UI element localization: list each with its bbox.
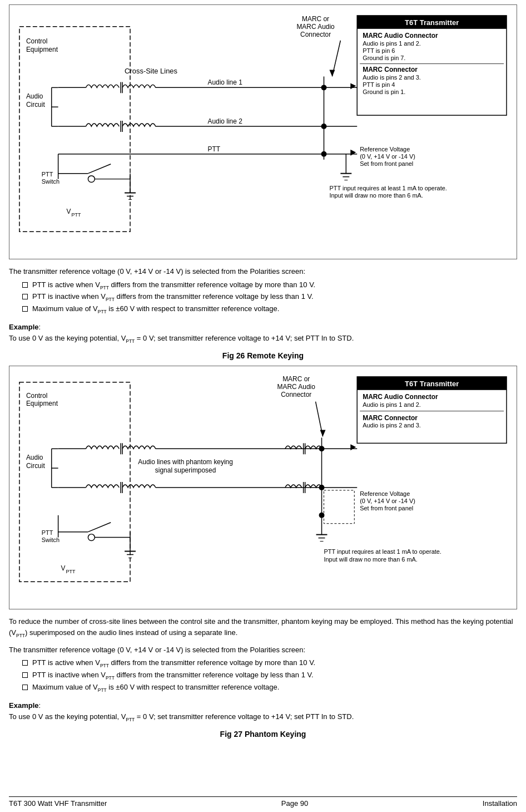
bullet-item-27-2: PTT is inactive when VPTT differs from t… <box>22 671 517 681</box>
svg-text:MARC Audio: MARC Audio <box>277 383 316 391</box>
svg-text:Audio is pins 2 and 3.: Audio is pins 2 and 3. <box>363 74 421 81</box>
svg-text:PTT input requires at least 1 : PTT input requires at least 1 mA to oper… <box>329 185 446 191</box>
svg-text:Control: Control <box>26 37 47 45</box>
svg-text:Set from front panel: Set from front panel <box>360 505 413 511</box>
fig26-bullets: PTT is active when VPTT differs from the… <box>22 280 517 317</box>
svg-text:T6T Transmitter: T6T Transmitter <box>405 18 459 27</box>
fig27-diagram: Control Equipment Audio Circuit <box>14 371 512 604</box>
bullet-sq-3 <box>22 306 28 312</box>
svg-rect-70 <box>19 382 130 582</box>
svg-text:V: V <box>67 208 71 215</box>
svg-text:PTT input requires at least 1 : PTT input requires at least 1 mA to oper… <box>324 549 441 555</box>
svg-text:Switch: Switch <box>42 178 59 185</box>
svg-text:Input will draw no more than 6: Input will draw no more than 6 mA. <box>324 556 418 563</box>
bullet-item-2: PTT is inactive when VPTT differs from t… <box>22 292 517 302</box>
svg-text:V: V <box>61 564 66 572</box>
svg-text:MARC or: MARC or <box>302 15 329 23</box>
svg-text:Audio lines with phantom keyin: Audio lines with phantom keying <box>138 458 233 466</box>
svg-text:MARC Connector: MARC Connector <box>363 66 418 73</box>
bullet-item-27-1: PTT is active when VPTT differs from the… <box>22 658 517 668</box>
svg-text:MARC Audio Connector: MARC Audio Connector <box>363 393 438 401</box>
svg-text:Set from front panel: Set from front panel <box>360 160 413 167</box>
page-container: Control Equipment Audio Circuit Cross-Si… <box>0 0 526 812</box>
svg-text:PTT: PTT <box>66 569 76 574</box>
svg-text:Circuit: Circuit <box>26 101 46 109</box>
footer-right: Installation <box>483 799 517 808</box>
svg-text:Audio: Audio <box>26 454 43 461</box>
svg-line-127 <box>88 523 111 532</box>
svg-marker-47 <box>350 150 356 156</box>
svg-text:MARC Audio: MARC Audio <box>296 23 335 31</box>
svg-text:Ground is pin 7.: Ground is pin 7. <box>363 55 405 61</box>
fig26-text-intro: The transmitter reference voltage (0 V, … <box>9 266 517 277</box>
footer-center: Page 90 <box>281 799 308 808</box>
svg-text:Control: Control <box>26 392 47 400</box>
svg-text:PTT: PTT <box>42 529 53 536</box>
bullet-item-3: Maximum value of VPTT is ±60 V with resp… <box>22 304 517 314</box>
svg-text:PTT is pin 4: PTT is pin 4 <box>363 81 395 88</box>
svg-text:Equipment: Equipment <box>26 400 58 407</box>
fig27-text-intro: The transmitter reference voltage (0 V, … <box>9 644 517 656</box>
bullet-sq-27-3 <box>22 685 28 690</box>
svg-text:Input will draw no more than 6: Input will draw no more than 6 mA. <box>329 192 423 199</box>
svg-rect-0 <box>19 27 130 232</box>
svg-rect-113 <box>324 490 355 524</box>
svg-text:Reference Voltage: Reference Voltage <box>360 146 410 152</box>
svg-text:Audio is pins 1 and 2.: Audio is pins 1 and 2. <box>363 401 421 408</box>
svg-marker-27 <box>329 70 335 76</box>
svg-text:Audio is pins 2 and 3.: Audio is pins 2 and 3. <box>363 422 421 429</box>
svg-text:Connector: Connector <box>281 391 311 398</box>
fig26-example: Example: To use 0 V as the keying potent… <box>9 322 517 345</box>
svg-text:PTT: PTT <box>207 145 220 153</box>
fig26-caption: Fig 26 Remote Keying <box>9 351 517 360</box>
fig27-example: Example: To use 0 V as the keying potent… <box>9 700 517 723</box>
fig27-text-para1: To reduce the number of cross-site lines… <box>9 616 517 639</box>
svg-text:(0 V, +14 V or -14 V): (0 V, +14 V or -14 V) <box>360 153 415 160</box>
svg-text:MARC Audio Connector: MARC Audio Connector <box>363 32 438 40</box>
svg-text:Audio line 1: Audio line 1 <box>207 78 242 86</box>
svg-text:Connector: Connector <box>300 31 331 38</box>
fig27-box: Control Equipment Audio Circuit <box>9 366 517 609</box>
page-footer: T6T 300 Watt VHF Transmitter Page 90 Ins… <box>9 796 517 808</box>
fig26-diagram: Control Equipment Audio Circuit Cross-Si… <box>14 9 512 254</box>
svg-text:(0 V, +14 V or -14 V): (0 V, +14 V or -14 V) <box>360 498 415 504</box>
svg-marker-45 <box>350 83 356 89</box>
svg-text:Audio is pins 1 and 2.: Audio is pins 1 and 2. <box>363 40 421 47</box>
svg-text:Equipment: Equipment <box>26 46 58 53</box>
svg-text:PTT: PTT <box>72 212 81 218</box>
svg-text:Cross-Site Lines: Cross-Site Lines <box>125 67 177 75</box>
svg-text:PTT: PTT <box>42 171 53 178</box>
svg-text:Switch: Switch <box>42 537 59 543</box>
bullet-item-27-3: Maximum value of VPTT is ±60 V with resp… <box>22 683 517 693</box>
svg-text:Reference Voltage: Reference Voltage <box>360 490 410 497</box>
svg-text:Ground is pin 1.: Ground is pin 1. <box>363 88 405 95</box>
fig27-caption: Fig 27 Phantom Keying <box>9 730 517 739</box>
fig26-box: Control Equipment Audio Circuit Cross-Si… <box>9 4 517 259</box>
svg-point-125 <box>88 534 95 541</box>
footer-left: T6T 300 Watt VHF Transmitter <box>9 799 107 808</box>
bullet-item-1: PTT is active when VPTT differs from the… <box>22 280 517 291</box>
svg-point-59 <box>88 176 95 183</box>
svg-text:MARC Connector: MARC Connector <box>363 414 418 422</box>
svg-text:MARC or: MARC or <box>282 375 310 383</box>
svg-text:Audio line 2: Audio line 2 <box>207 117 242 125</box>
bullet-sq-27-2 <box>22 672 28 678</box>
svg-line-61 <box>88 164 111 174</box>
svg-marker-98 <box>320 430 326 437</box>
fig27-bullets: PTT is active when VPTT differs from the… <box>22 658 517 695</box>
svg-text:PTT is pin 6: PTT is pin 6 <box>363 47 395 54</box>
svg-marker-112 <box>350 444 356 450</box>
svg-text:T6T Transmitter: T6T Transmitter <box>405 380 459 388</box>
svg-text:signal superimposed: signal superimposed <box>155 466 216 474</box>
bullet-sq-27-1 <box>22 660 28 666</box>
bullet-sq-1 <box>22 282 28 288</box>
svg-text:Circuit: Circuit <box>26 462 46 470</box>
svg-text:Audio: Audio <box>26 92 43 100</box>
bullet-sq-2 <box>22 294 28 299</box>
